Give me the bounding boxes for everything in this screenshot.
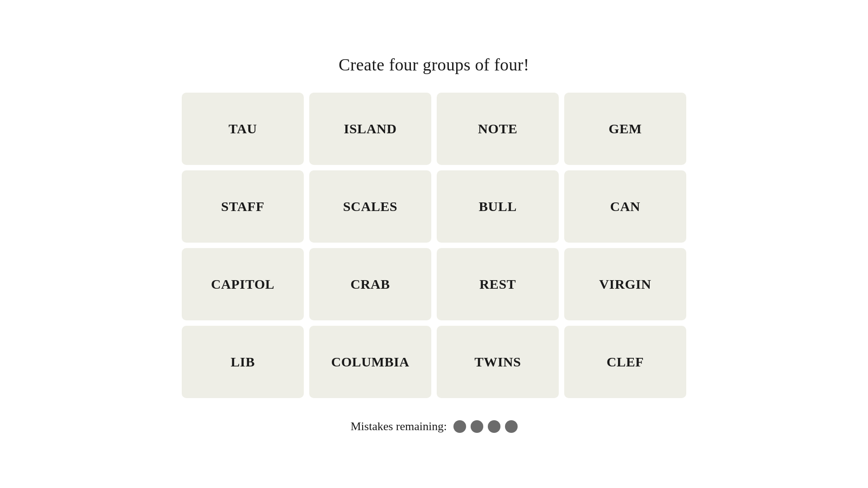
tile-label-staff: STAFF [221, 199, 264, 214]
tile-label-capitol: CAPITOL [211, 277, 274, 292]
tile-columbia[interactable]: COLUMBIA [309, 326, 431, 398]
mistake-dot-2 [471, 420, 483, 433]
mistakes-label: Mistakes remaining: [350, 420, 447, 433]
tile-virgin[interactable]: VIRGIN [564, 248, 686, 320]
tile-label-scales: SCALES [343, 199, 397, 214]
mistake-dot-4 [505, 420, 518, 433]
tile-scales[interactable]: SCALES [309, 170, 431, 243]
tile-label-note: NOTE [478, 121, 517, 136]
tile-twins[interactable]: TWINS [437, 326, 559, 398]
tile-can[interactable]: CAN [564, 170, 686, 243]
tile-label-island: ISLAND [344, 121, 397, 136]
tile-crab[interactable]: CRAB [309, 248, 431, 320]
tile-gem[interactable]: GEM [564, 93, 686, 165]
mistake-dot-1 [453, 420, 466, 433]
tile-label-bull: BULL [479, 199, 517, 214]
tile-note[interactable]: NOTE [437, 93, 559, 165]
tile-lib[interactable]: LIB [182, 326, 304, 398]
tile-label-tau: TAU [229, 121, 257, 136]
tile-capitol[interactable]: CAPITOL [182, 248, 304, 320]
tile-label-twins: TWINS [474, 354, 521, 370]
tile-label-virgin: VIRGIN [599, 277, 651, 292]
tile-label-clef: CLEF [607, 354, 644, 370]
tile-label-gem: GEM [609, 121, 642, 136]
tile-label-lib: LIB [231, 354, 255, 370]
tile-island[interactable]: ISLAND [309, 93, 431, 165]
mistake-dot-3 [488, 420, 500, 433]
tile-bull[interactable]: BULL [437, 170, 559, 243]
tile-staff[interactable]: STAFF [182, 170, 304, 243]
tile-clef[interactable]: CLEF [564, 326, 686, 398]
tile-tau[interactable]: TAU [182, 93, 304, 165]
tile-rest[interactable]: REST [437, 248, 559, 320]
mistakes-dots [453, 420, 518, 433]
tile-label-columbia: COLUMBIA [331, 354, 409, 370]
page-title: Create four groups of four! [339, 55, 529, 75]
mistakes-row: Mistakes remaining: [350, 420, 517, 433]
game-grid: TAUISLANDNOTEGEMSTAFFSCALESBULLCANCAPITO… [182, 93, 686, 398]
tile-label-rest: REST [480, 277, 516, 292]
tile-label-can: CAN [610, 199, 641, 214]
tile-label-crab: CRAB [350, 277, 390, 292]
